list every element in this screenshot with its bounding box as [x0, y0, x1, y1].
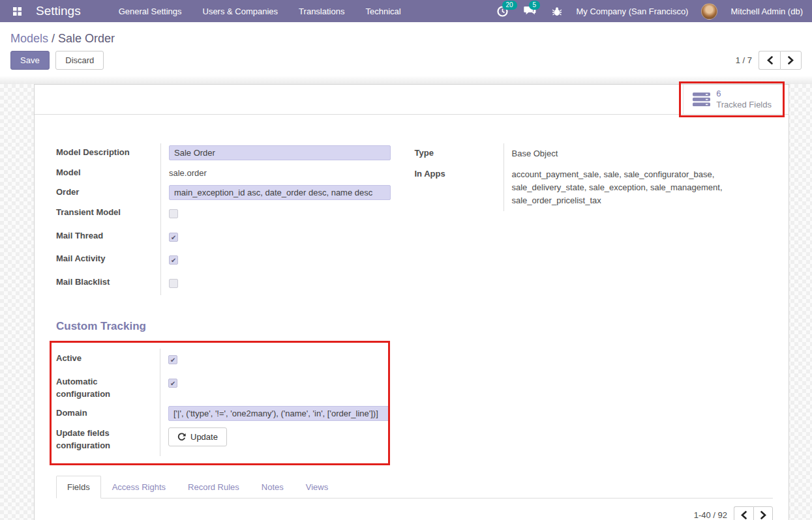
app-title[interactable]: Settings — [36, 4, 81, 18]
model-label: Model — [56, 163, 160, 184]
pager-previous-button[interactable] — [759, 51, 780, 70]
automatic-configuration-checkbox[interactable] — [168, 379, 177, 388]
breadcrumb: Models / Sale Order — [10, 30, 802, 47]
update-button-label: Update — [190, 432, 218, 442]
tab-access-rights[interactable]: Access Rights — [101, 476, 177, 498]
list-pager-value: 1-40 / 92 — [694, 510, 727, 520]
form-fields: Model Description Model sale.order Order… — [35, 115, 789, 295]
activities-button[interactable]: 20 — [496, 5, 509, 18]
tab-views[interactable]: Views — [295, 476, 339, 498]
main-menu: General Settings Users & Companies Trans… — [119, 7, 401, 16]
form-column-right: Type Base Object In Apps account_payment… — [415, 143, 774, 295]
model-description-label: Model Description — [56, 143, 160, 163]
active-label: Active — [56, 349, 160, 372]
in-apps-label: In Apps — [415, 164, 504, 211]
transient-model-label: Transient Model — [56, 203, 160, 226]
custom-tracking-heading: Custom Tracking — [56, 320, 773, 333]
save-button[interactable]: Save — [10, 51, 50, 70]
type-label: Type — [415, 143, 504, 164]
mail-thread-checkbox[interactable] — [169, 233, 178, 242]
form-sheet: 6 Tracked Fields Model Description Model — [34, 84, 789, 520]
tracked-fields-icon — [693, 93, 710, 106]
tracked-fields-count: 6 — [716, 89, 721, 100]
transient-model-checkbox[interactable] — [169, 209, 178, 218]
apps-grid-icon — [13, 7, 22, 16]
breadcrumb-separator: / — [52, 32, 55, 45]
notebook-tabs: Fields Access Rights Record Rules Notes … — [56, 476, 773, 498]
button-box: 6 Tracked Fields — [35, 85, 789, 115]
active-checkbox[interactable] — [168, 355, 177, 364]
order-label: Order — [56, 183, 160, 203]
top-navbar: Settings General Settings Users & Compan… — [0, 0, 812, 22]
menu-users-companies[interactable]: Users & Companies — [203, 7, 278, 16]
menu-technical[interactable]: Technical — [365, 7, 400, 16]
company-switcher[interactable]: My Company (San Francisco) — [577, 7, 689, 16]
messages-button[interactable]: 5 — [522, 5, 537, 18]
breadcrumb-current: Sale Order — [58, 32, 115, 45]
in-apps-value: account_payment_sale, sale, sale_configu… — [512, 168, 774, 207]
messages-badge: 5 — [529, 1, 541, 10]
form-column-left: Model Description Model sale.order Order… — [56, 143, 415, 295]
chevron-right-icon — [760, 511, 766, 519]
automatic-configuration-label: Automatic configuration — [56, 372, 160, 405]
mail-blacklist-checkbox[interactable] — [169, 279, 178, 288]
mail-activity-label: Mail Activity — [56, 249, 160, 272]
user-menu[interactable]: Mitchell Admin (db) — [730, 7, 803, 16]
order-input[interactable] — [169, 185, 391, 200]
model-value: sale.order — [160, 163, 391, 184]
custom-tracking-section: Custom Tracking Active Automatic configu… — [56, 320, 773, 456]
chevron-left-icon — [741, 511, 747, 519]
tracked-fields-stat-button[interactable]: 6 Tracked Fields — [683, 85, 781, 114]
tracked-fields-label: Tracked Fields — [716, 100, 772, 111]
breadcrumb-models-link[interactable]: Models — [10, 32, 48, 45]
list-pager-previous-button[interactable] — [734, 506, 753, 520]
fields-tab-pane: 1-40 / 92 Field Name Field Label Field — [35, 498, 789, 520]
chevron-left-icon — [767, 56, 773, 65]
activities-badge: 20 — [502, 1, 517, 10]
mail-thread-label: Mail Thread — [56, 226, 160, 250]
apps-menu-button[interactable] — [9, 5, 25, 18]
bug-icon — [552, 7, 562, 16]
model-description-input[interactable] — [169, 145, 391, 160]
record-pager-value: 1 / 7 — [736, 55, 752, 65]
type-value: Base Object — [504, 143, 774, 164]
update-button[interactable]: Update — [168, 427, 227, 446]
domain-label: Domain — [56, 404, 160, 424]
mail-blacklist-label: Mail Blacklist — [56, 272, 160, 296]
chevron-right-icon — [788, 56, 794, 65]
list-pager: 1-40 / 92 — [56, 506, 773, 520]
record-pager: 1 / 7 — [736, 51, 802, 70]
pager-next-button[interactable] — [780, 51, 802, 70]
user-avatar — [701, 3, 717, 20]
refresh-icon — [177, 433, 186, 441]
discard-button[interactable]: Discard — [55, 51, 104, 70]
control-panel: Models / Sale Order Save Discard 1 / 7 — [0, 22, 812, 76]
debug-button[interactable] — [550, 5, 564, 18]
list-pager-next-button[interactable] — [753, 506, 773, 520]
menu-general-settings[interactable]: General Settings — [119, 7, 182, 16]
form-view-background: 6 Tracked Fields Model Description Model — [0, 76, 812, 520]
tab-notes[interactable]: Notes — [250, 476, 295, 498]
menu-translations[interactable]: Translations — [299, 7, 344, 16]
domain-input[interactable] — [168, 406, 390, 421]
control-panel-shadow — [0, 76, 812, 84]
mail-activity-checkbox[interactable] — [169, 255, 178, 265]
navbar-systray: 20 5 My Company (San Francisco) Mitchell… — [496, 3, 804, 20]
form-buttons: Save Discard — [10, 51, 104, 70]
update-fields-configuration-label: Update fields configuration — [56, 424, 160, 456]
tab-fields[interactable]: Fields — [56, 476, 101, 498]
tab-record-rules[interactable]: Record Rules — [177, 476, 250, 498]
